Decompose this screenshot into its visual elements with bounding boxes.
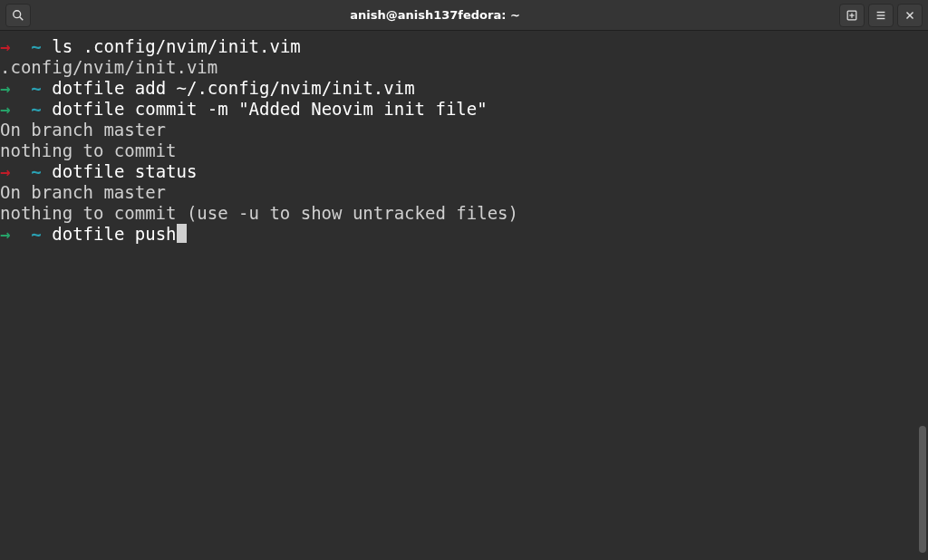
scrollbar-thumb[interactable] [919,426,926,553]
prompt-path: ~ [31,78,41,98]
prompt-path: ~ [31,224,41,244]
window-title: anish@anish137fedora: ~ [31,8,839,22]
prompt-arrow-icon: → [0,161,10,181]
cursor [177,224,187,243]
command-text: dotfile commit -m "Added Neovim init fil… [52,99,487,119]
prompt-arrow-icon: → [0,78,10,98]
terminal-line: → ~ dotfile commit -m "Added Neovim init… [0,99,928,120]
new-tab-icon [846,9,858,22]
close-button[interactable] [897,4,923,27]
titlebar-right [839,4,923,27]
menu-button[interactable] [868,4,894,27]
terminal-line: nothing to commit (use -u to show untrac… [0,203,928,224]
command-text: ls .config/nvim/init.vim [52,36,301,56]
terminal-line: → ~ dotfile add ~/.config/nvim/init.vim [0,78,928,99]
command-text: dotfile add ~/.config/nvim/init.vim [52,78,414,98]
terminal-line: nothing to commit [0,140,928,161]
terminal-output[interactable]: → ~ ls .config/nvim/init.vim.config/nvim… [0,31,928,245]
terminal-line: → ~ ls .config/nvim/init.vim [0,36,928,57]
command-text: dotfile push [52,224,176,244]
prompt-arrow-icon: → [0,99,10,119]
titlebar-left [5,4,31,27]
svg-point-0 [14,10,21,17]
search-button[interactable] [5,4,31,27]
prompt-arrow-icon: → [0,36,10,56]
terminal-line: → ~ dotfile push [0,224,928,245]
terminal-line: .config/nvim/init.vim [0,57,928,78]
new-tab-button[interactable] [839,4,865,27]
prompt-path: ~ [31,99,41,119]
command-text: dotfile status [52,161,197,181]
close-icon [904,9,916,22]
prompt-path: ~ [31,161,41,181]
terminal-line: → ~ dotfile status [0,161,928,182]
svg-line-1 [20,16,24,20]
search-icon [12,9,24,22]
prompt-path: ~ [31,36,41,56]
terminal-line: On branch master [0,120,928,140]
prompt-arrow-icon: → [0,224,10,244]
titlebar: anish@anish137fedora: ~ [0,0,928,31]
hamburger-icon [875,9,887,22]
terminal-line: On branch master [0,182,928,203]
